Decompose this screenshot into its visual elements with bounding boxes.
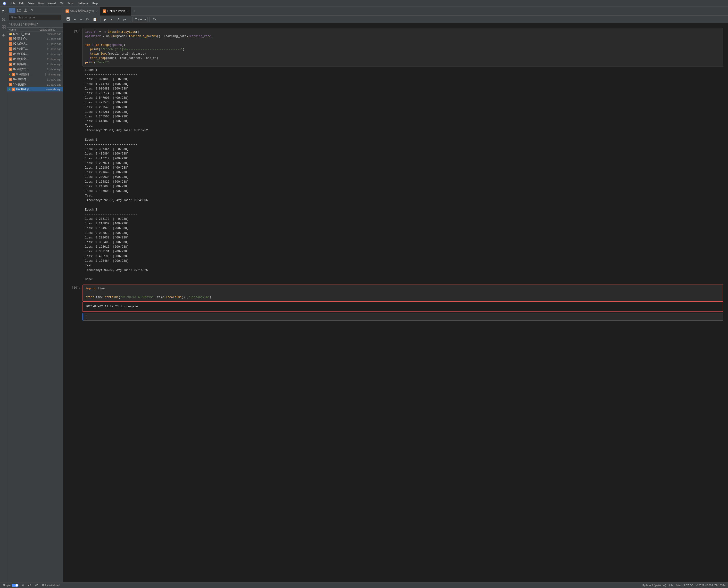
file-row-7[interactable]: N 07-函数式... 11 days ago [7, 67, 63, 72]
file-label-2: 02-快速入... [13, 42, 28, 46]
menu-run[interactable]: Run [36, 0, 46, 7]
cell-empty-input[interactable] [83, 313, 723, 321]
status-right: Python 3 (ipykernel) Idle Mem: 1.07 GB ©… [642, 584, 726, 587]
restart-button[interactable]: ↺ [115, 17, 121, 22]
file-row-11[interactable]: N Untitled.ip... seconds ago [7, 87, 63, 91]
kernel-status: Idle [669, 584, 673, 587]
file-modified-11: seconds ago [40, 88, 61, 91]
file-label-1: 01-基本介... [13, 37, 28, 41]
cell-empty [68, 313, 723, 321]
cell-type-select[interactable]: Code [132, 17, 148, 22]
file-name-1: N 01-基本介... [9, 37, 40, 41]
file-label-5: 05-数据变... [13, 57, 28, 61]
open-folder-button[interactable] [16, 8, 22, 13]
file-modified-1: 11 days ago [40, 37, 61, 40]
stop-button[interactable]: ■ [109, 17, 114, 22]
file-row-10[interactable]: N 10-使用静... 11 days ago [7, 82, 63, 87]
file-modified-4: 11 days ago [40, 52, 61, 56]
menu-file[interactable]: File [9, 0, 17, 7]
notebook-content: [9]: loss_fn = nn.CrossEntropyLoss() opt… [63, 23, 728, 582]
toggle-switch[interactable] [12, 584, 18, 587]
file-row-2[interactable]: N 02-快速入... 11 days ago [7, 41, 63, 46]
menu-view[interactable]: View [26, 0, 36, 7]
kernel-info: Python 3 (ipykernel) [642, 584, 666, 587]
tab-08[interactable]: N 08-模型训练.ipynb × [63, 7, 100, 16]
tab-08-close[interactable]: × [96, 9, 97, 13]
cell-10-content: import time print(time.strftime("%Y-%m-%… [83, 285, 723, 312]
cell-9-prompt: [9]: [68, 28, 83, 284]
file-browser-toolbar: + ↻ [7, 7, 63, 14]
menu-git[interactable]: Git [58, 0, 65, 7]
run-all-button[interactable]: ⏭ [122, 17, 128, 22]
file-label-11: Untitled.ip... [16, 88, 31, 91]
app-icon [2, 1, 7, 6]
file-row-1[interactable]: N 01-基本介... 11 days ago [7, 36, 63, 41]
file-list-header[interactable]: Name Last Modified [7, 28, 63, 32]
tab-add-button[interactable]: + [131, 9, 137, 13]
run-button[interactable]: ▶ [102, 17, 108, 22]
copy-button[interactable]: ⧉ [85, 17, 90, 22]
menu-help[interactable]: Help [90, 0, 100, 7]
running-dot [9, 88, 10, 90]
add-cell-button[interactable]: + [72, 17, 77, 22]
cut-button[interactable]: ✂ [78, 17, 84, 22]
cell-9-input[interactable]: loss_fn = nn.CrossEntropyLoss() optimize… [83, 28, 723, 66]
sidebar-icon-files[interactable] [1, 9, 6, 15]
file-name-2: N 02-快速入... [9, 42, 40, 46]
cell-9: [9]: loss_fn = nn.CrossEntropyLoss() opt… [68, 28, 723, 284]
file-name-10: N 10-使用静... [9, 82, 40, 87]
cell-9-content: loss_fn = nn.CrossEntropyLoss() optimize… [83, 28, 723, 284]
notebook-toolbar: + ✂ ⧉ 📋 ▶ ■ ↺ ⏭ Code ↻ [63, 16, 728, 23]
menu-kernel[interactable]: Kernel [46, 0, 58, 7]
menu-settings[interactable]: Settings [76, 0, 90, 7]
file-label-7: 07-函数式... [13, 67, 28, 71]
file-modified-3: 11 days ago [40, 47, 61, 50]
save-button[interactable] [65, 17, 71, 22]
refresh-button[interactable]: ↻ [29, 8, 34, 13]
menu-tabs[interactable]: Tabs [65, 0, 76, 7]
notebook-icon: N [9, 37, 12, 41]
file-row-4[interactable]: N 04-数据集... 11 days ago [7, 51, 63, 57]
memory-info: Mem: 1.07 GB [676, 584, 693, 587]
sidebar-icon-extensions[interactable] [1, 24, 6, 30]
menu-edit[interactable]: Edit [17, 0, 26, 7]
cell-empty-content [83, 313, 723, 321]
file-modified-2: 11 days ago [40, 42, 61, 45]
file-row-3[interactable]: N 03-张量Te... 11 days ago [7, 46, 63, 51]
file-modified-8: 3 minutes ago [40, 73, 61, 76]
statusbar: Simple 0 ■ 2 46 Fully initialized Python… [0, 582, 728, 588]
refresh-kernel-button[interactable]: ↻ [152, 17, 158, 22]
notebook-icon: N [9, 63, 12, 66]
tab-bar: N 08-模型训练.ipynb × N Untitled.ipynb × + [63, 7, 728, 16]
file-label-3: 03-张量Te... [13, 47, 29, 51]
file-label-8: 08-模型训... [16, 72, 31, 77]
upload-button[interactable] [23, 8, 28, 13]
tab-untitled-label: Untitled.ipynb [107, 9, 125, 13]
file-row-5[interactable]: N 05-数据变... 11 days ago [7, 57, 63, 62]
svg-rect-10 [67, 18, 69, 19]
name-column-header: Name [9, 28, 40, 31]
sidebar-icons: ⊕ ◆ [0, 7, 7, 582]
svg-point-2 [4, 3, 5, 4]
notebook-icon: N [9, 83, 12, 86]
file-name-11: N Untitled.ip... [9, 88, 40, 91]
file-row-0[interactable]: 📁 MNIST_Data 3 minutes ago [7, 32, 63, 36]
file-name-6: N 06-网络构... [9, 62, 40, 66]
search-input[interactable] [9, 15, 61, 20]
tab-untitled-close[interactable]: × [126, 9, 128, 13]
notebook-icon-08: N [65, 9, 69, 13]
cell-10-input[interactable]: import time print(time.strftime("%Y-%m-%… [83, 285, 723, 301]
svg-rect-5 [2, 25, 3, 27]
file-row-9[interactable]: N 09-保存与... 11 days ago [7, 77, 63, 82]
toolbar-separator-1 [100, 17, 101, 22]
main-content: N 08-模型训练.ipynb × N Untitled.ipynb × + + [63, 7, 728, 582]
new-file-button[interactable]: + [9, 8, 15, 13]
tab-untitled[interactable]: N Untitled.ipynb × [100, 7, 131, 16]
sidebar-icon-puzzle[interactable]: ◆ [1, 32, 6, 38]
file-row-8[interactable]: N 08-模型训... 3 minutes ago [7, 72, 63, 77]
paste-button[interactable]: 📋 [91, 17, 98, 22]
sidebar-icon-upload[interactable]: ⊕ [1, 17, 6, 22]
toolbar-separator-2 [130, 17, 130, 22]
file-row-6[interactable]: N 06-网络构... 11 days ago [7, 62, 63, 67]
simple-label: Simple [2, 584, 11, 587]
